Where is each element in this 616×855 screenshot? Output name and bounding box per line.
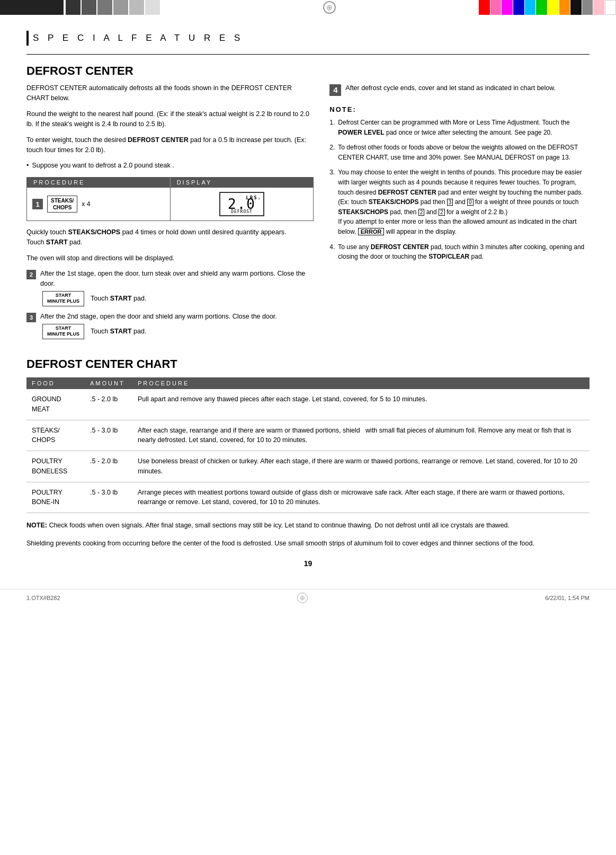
swatch-orange: [559, 0, 570, 15]
bullet-text: Suppose you want to defrost a 2.0 pound …: [32, 161, 174, 171]
intro-text-2: Round the weight to the nearest half pou…: [26, 109, 314, 130]
step3-text: After the 2nd stage, open the door and s…: [40, 312, 314, 339]
swatch-yellow: [548, 0, 559, 15]
swatch-white: [605, 0, 616, 15]
chart-proc-4: Arrange pieces with meatiest portions to…: [132, 482, 590, 513]
gray-blocks: [66, 0, 161, 15]
step4-item: 4 After defrost cycle ends, cover and le…: [329, 83, 590, 96]
step2-item: 2 After the 1st stage, open the door, tu…: [26, 269, 314, 306]
chart-header-food: FOOD: [26, 377, 85, 389]
chart-amount-4: .5 - 3.0 lb: [85, 482, 132, 513]
page-content: S P E C I A L F E A T U R E S DEFROST CE…: [0, 15, 616, 589]
swatch-lightpink: [593, 0, 604, 15]
swatch-magenta: [502, 0, 513, 15]
chart-food-3: POULTRYBONELESS: [26, 451, 85, 482]
note-3-num: 3.: [329, 168, 335, 236]
chart-food-1: GROUNDMEAT: [26, 389, 85, 420]
compass-icon-bottom: ⊕: [297, 593, 308, 603]
section-divider: [26, 54, 590, 55]
chart-food-2: STEAKS/CHOPS: [26, 420, 85, 451]
note-1: 1. Defrost Center can be programmed with…: [329, 118, 590, 137]
swatch-cyan: [525, 0, 536, 15]
display-lbs: LBS.: [246, 195, 262, 200]
chart-row-ground-meat: GROUNDMEAT .5 - 2.0 lb Pull apart and re…: [26, 389, 590, 420]
step1-number: 1: [32, 199, 43, 209]
note-1-text: Defrost Center can be programmed with Mo…: [338, 118, 590, 137]
gray-1: [66, 0, 81, 15]
display-readout: LBS. 2.0 DEFROST: [219, 192, 264, 216]
swatch-blue: [513, 0, 524, 15]
left-column: DEFROST CENTER automatically defrosts al…: [26, 83, 314, 345]
bottom-note-1: NOTE: Check foods when oven signals. Aft…: [26, 521, 590, 531]
top-color-bar: ⊕: [0, 0, 616, 15]
start-minute-plus-btn-2: STARTMINUTE PLUS: [42, 291, 84, 306]
chart-amount-3: .5 - 2.0 lb: [85, 451, 132, 482]
footer-right: 6/22/01, 1:54 PM: [545, 595, 590, 601]
swatch-black: [570, 0, 582, 15]
black-block: [0, 0, 64, 15]
step3-item: 3 After the 2nd stage, open the door and…: [26, 312, 314, 339]
defrost-center-title: DEFROST CENTER: [26, 64, 590, 78]
note-header: NOTE:: [329, 105, 590, 113]
chart-row-poultry-bonein: POULTRYBONE-IN .5 - 3.0 lb Arrange piece…: [26, 482, 590, 513]
step1-left: 1 STEAKS/CHOPS x 4: [27, 188, 171, 221]
step1-row: 1 STEAKS/CHOPS x 4 LBS. 2.0 DEFROST: [27, 187, 313, 221]
chart-proc-1: Pull apart and remove any thawed pieces …: [132, 389, 590, 420]
bottom-note-bold: NOTE:: [26, 522, 47, 529]
page-number-container: 19: [26, 559, 590, 568]
step2-text: After the 1st stage, open the door, turn…: [40, 269, 314, 306]
note-2-num: 2.: [329, 143, 335, 162]
display-header: DISPLAY: [171, 178, 314, 187]
bottom-note-text: Check foods when oven signals. After fin…: [49, 522, 510, 529]
step2-button-row: STARTMINUTE PLUS Touch START pad.: [40, 291, 314, 306]
display-defrost: DEFROST: [231, 209, 253, 214]
intro-text-1: DEFROST CENTER automatically defrosts al…: [26, 83, 314, 104]
step1-desc: Quickly touch STEAKS/CHOPS pad 4 times o…: [26, 227, 314, 248]
swatch-pink: [490, 0, 502, 15]
note-4-text: To use any DEFROST CENTER pad, touch wit…: [338, 242, 590, 262]
chart-title: DEFROST CENTER CHART: [26, 357, 590, 371]
step1-display: LBS. 2.0 DEFROST: [171, 188, 314, 221]
note-3: 3. You may choose to enter the weight in…: [329, 168, 590, 236]
top-bar-left: [0, 0, 180, 15]
bullet-dot: •: [26, 161, 29, 171]
gray-5: [129, 0, 144, 15]
gray-4: [113, 0, 128, 15]
top-bar-right: [478, 0, 616, 15]
bullet-item: • Suppose you want to defrost a 2.0 poun…: [26, 161, 314, 171]
chart-header-procedure: PROCEDURE: [132, 377, 590, 389]
note-2-text: To defrost other foods or foods above or…: [338, 143, 590, 162]
chart-row-steaks-chops: STEAKS/CHOPS .5 - 3.0 lb After each stag…: [26, 420, 590, 451]
compass-icon-top: ⊕: [323, 1, 336, 14]
chart-header-amount: AMOUNT: [85, 377, 132, 389]
two-col-layout: DEFROST CENTER automatically defrosts al…: [26, 83, 590, 345]
step3-circle: 3: [26, 313, 36, 322]
gray-2: [82, 0, 96, 15]
chart-amount-2: .5 - 3.0 lb: [85, 420, 132, 451]
top-bar-center: ⊕: [180, 0, 478, 15]
proc-display-header: PROCEDURE DISPLAY: [27, 178, 313, 187]
note-1-num: 1.: [329, 118, 335, 137]
note-2: 2. To defrost other foods or foods above…: [329, 143, 590, 162]
shielding-note: Shielding prevents cooking from occurrin…: [26, 539, 590, 549]
procedure-header: PROCEDURE: [27, 178, 171, 187]
step4-text: After defrost cycle ends, cover and let …: [345, 83, 590, 93]
swatch-red: [479, 0, 490, 15]
start-minute-plus-btn-3: STARTMINUTE PLUS: [42, 324, 84, 339]
section-title: S P E C I A L F E A T U R E S: [33, 33, 243, 43]
chart-proc-3: Use boneless breast of chicken or turkey…: [132, 451, 590, 482]
swatch-gray: [582, 0, 593, 15]
chart-section: DEFROST CENTER CHART FOOD AMOUNT PROCEDU…: [26, 357, 590, 549]
footer-left: 1.OTX#B282: [26, 595, 60, 601]
chart-amount-1: .5 - 2.0 lb: [85, 389, 132, 420]
note-4-num: 4.: [329, 242, 335, 262]
chart-food-4: POULTRYBONE-IN: [26, 482, 85, 513]
chart-proc-2: After each stage, rearrange and if there…: [132, 420, 590, 451]
note-3-text: You may choose to enter the weight in te…: [338, 168, 590, 236]
step1-oven-desc: The oven will stop and directions will b…: [26, 253, 314, 263]
defrost-chart-table: FOOD AMOUNT PROCEDURE GROUNDMEAT .5 - 2.…: [26, 377, 590, 513]
step2-touch-text: Touch START pad.: [91, 294, 146, 304]
right-column: 4 After defrost cycle ends, cover and le…: [329, 83, 590, 345]
note-section: NOTE: 1. Defrost Center can be programme…: [329, 105, 590, 262]
note-4: 4. To use any DEFROST CENTER pad, touch …: [329, 242, 590, 262]
